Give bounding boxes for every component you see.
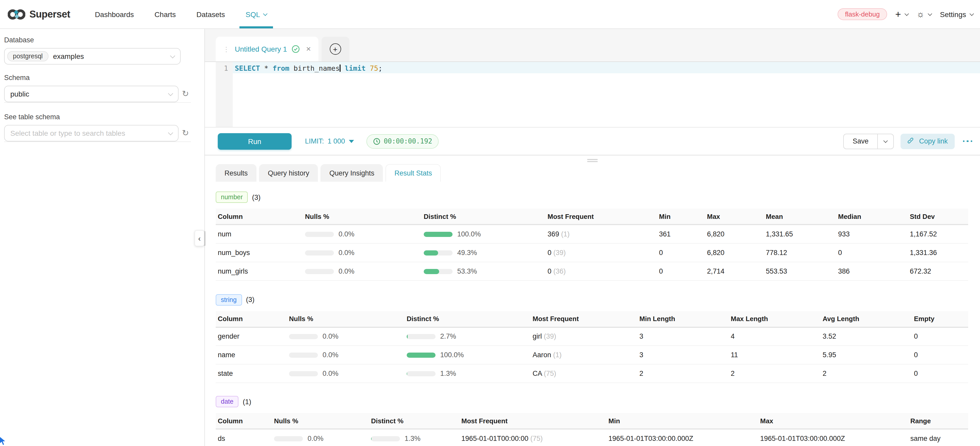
theme-menu[interactable]: ☼ [916, 10, 932, 19]
date-stats-table: Column Nulls % Distinct % Most Frequent … [216, 413, 968, 446]
nav-datasets[interactable]: Datasets [186, 0, 235, 29]
editor-gutter: 1 [216, 62, 233, 127]
panel-resize-handle[interactable] [587, 159, 598, 162]
nulls-progress-bar [289, 352, 318, 358]
chevron-down-icon [904, 11, 909, 16]
distinct-progress-bar [424, 232, 453, 237]
superset-logo[interactable]: Superset [8, 8, 70, 20]
nulls-progress-bar [289, 371, 318, 376]
table-row: ds 0.0% 1.3% 1965-01-01T00:00:00 (75) 19… [216, 429, 968, 446]
stat-value-cell: 1965-01-01T03:00:00.000Z [606, 429, 758, 446]
column-name-cell: state [216, 364, 287, 383]
stat-value-cell: 778.12 [764, 243, 836, 262]
stat-value-cell: 3.52 [821, 327, 912, 346]
query-success-icon [291, 45, 300, 53]
new-tab-button[interactable]: + [329, 43, 341, 55]
limit-dropdown[interactable]: LIMIT: 1 000 [305, 137, 354, 145]
new-item-menu[interactable]: + [895, 9, 908, 19]
refresh-schemas-icon[interactable]: ↻ [182, 90, 189, 98]
stat-value-cell: 6,820 [705, 225, 764, 243]
query-timer: 00:00:00.192 [366, 134, 439, 148]
nulls-cell: 0.0% [287, 327, 404, 346]
query-tab[interactable]: ⋮ Untitled Query 1 × [216, 37, 318, 61]
mouse-cursor [0, 436, 8, 446]
tab-query-history[interactable]: Query history [259, 164, 318, 182]
column-name-cell: ds [216, 429, 272, 446]
table-select[interactable]: Select table or type to search tables [4, 125, 178, 142]
refresh-tables-icon[interactable]: ↻ [182, 129, 189, 137]
settings-menu[interactable]: Settings [940, 10, 973, 18]
tab-query-insights[interactable]: Query Insights [321, 164, 383, 182]
more-options-button[interactable] [963, 140, 972, 142]
sidebar-divider [4, 102, 191, 103]
link-icon [907, 137, 915, 145]
nulls-progress-bar [305, 232, 334, 237]
stat-value-cell: same day [908, 429, 968, 446]
stat-value-cell: 361 [657, 225, 705, 243]
stat-value-cell: 4 [729, 327, 821, 346]
stat-value-cell: 6,820 [705, 243, 764, 262]
main-nav: Dashboards Charts Datasets SQL [84, 0, 277, 29]
column-name-cell: num_boys [216, 243, 303, 262]
stat-value-cell: 386 [836, 262, 908, 280]
nulls-progress-bar [305, 250, 334, 255]
brand-name: Superset [29, 8, 70, 20]
tab-results[interactable]: Results [216, 164, 256, 182]
stat-value-cell: 3 [637, 327, 729, 346]
drag-handle-icon: ⋮ [223, 45, 230, 53]
schema-select[interactable]: public [4, 86, 178, 102]
sidebar-divider [4, 142, 191, 142]
stat-value-cell: 1,167.52 [908, 225, 968, 243]
chevron-down-icon [168, 130, 173, 135]
collapse-sidebar-button[interactable]: ‹ [194, 230, 204, 246]
table-row: state 0.0% 1.3% CA (75) 2 2 2 0 [216, 364, 968, 383]
table-header-row: Column Nulls % Distinct % Most Frequent … [216, 209, 968, 225]
nav-dashboards[interactable]: Dashboards [84, 0, 144, 29]
nav-sql[interactable]: SQL [235, 0, 277, 29]
stat-value-cell: 2 [821, 364, 912, 383]
database-select[interactable]: postgresql examples [4, 48, 181, 65]
most-frequent-cell: girl (39) [530, 327, 637, 346]
copy-link-button[interactable]: Copy link [900, 134, 955, 149]
most-frequent-cell: 0 (39) [546, 243, 657, 262]
stats-section-date: date (1) Column Nulls % Distinct % Most … [216, 396, 980, 446]
sql-code-editor[interactable]: 1 SELECT * from birth_names limit 75; [205, 62, 980, 127]
stat-value-cell: 1965-01-01T03:00:00.000Z [758, 429, 908, 446]
string-stats-table: Column Nulls % Distinct % Most Frequent … [216, 311, 968, 383]
stat-value-cell: 672.32 [908, 262, 968, 280]
collapse-icon: ‹ [198, 234, 201, 243]
distinct-cell: 1.3% [369, 429, 459, 446]
tab-result-stats[interactable]: Result Stats [386, 164, 441, 182]
sql-lab-sidebar: Database postgresql examples Schema publ… [0, 29, 205, 446]
stat-value-cell: 0 [657, 243, 705, 262]
distinct-cell: 100.0% [422, 225, 546, 243]
schema-label: Schema [4, 74, 191, 81]
save-button[interactable]: Save [844, 134, 877, 148]
table-row: num 0.0% 100.0% 369 (1) 361 6,820 1,331.… [216, 225, 968, 243]
close-tab-icon[interactable]: × [306, 45, 311, 53]
column-name-cell: gender [216, 327, 287, 346]
database-engine-tag: postgresql [7, 51, 48, 61]
column-name-cell: num_girls [216, 262, 303, 280]
distinct-progress-bar [424, 269, 453, 274]
stat-value-cell: 553.53 [764, 262, 836, 280]
body-row: Database postgresql examples Schema publ… [0, 29, 980, 446]
chevron-down-icon [928, 11, 932, 16]
save-dropdown-button[interactable] [877, 134, 893, 148]
type-badge-date: date [216, 396, 239, 407]
sql-editor-panel: ⋮ Untitled Query 1 × + 1 SELECT * from b… [205, 29, 980, 446]
nulls-cell: 0.0% [287, 346, 404, 364]
stat-value-cell: 2 [729, 364, 821, 383]
table-header-row: Column Nulls % Distinct % Most Frequent … [216, 311, 968, 327]
distinct-progress-bar [407, 352, 436, 358]
nulls-cell: 0.0% [303, 225, 422, 243]
superset-infinity-icon [8, 8, 25, 20]
chevron-down-icon [883, 139, 888, 143]
table-row: num_boys 0.0% 49.3% 0 (39) 0 6,820 778.1… [216, 243, 968, 262]
nav-charts[interactable]: Charts [144, 0, 186, 29]
distinct-progress-bar [407, 334, 436, 339]
table-row: num_girls 0.0% 53.3% 0 (36) 0 2,714 553.… [216, 262, 968, 280]
nulls-cell: 0.0% [287, 364, 404, 383]
run-query-button[interactable]: Run [218, 133, 291, 150]
stat-value-cell: 1,331.36 [908, 243, 968, 262]
